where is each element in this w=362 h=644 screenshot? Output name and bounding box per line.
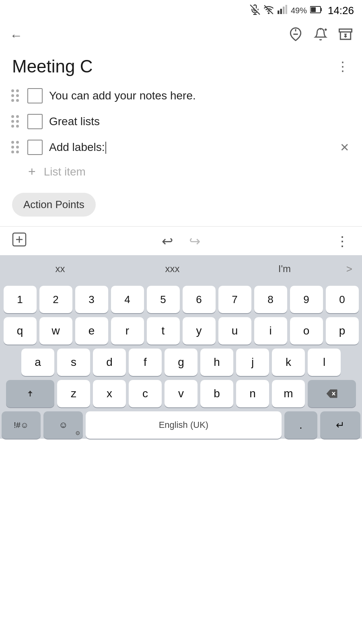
zxcv-row: z x c v b n m — [2, 380, 360, 407]
key-z[interactable]: z — [57, 380, 90, 407]
undo-button[interactable]: ↩ — [162, 233, 173, 249]
key-9[interactable]: 9 — [290, 286, 323, 313]
drag-handle[interactable] — [10, 139, 21, 155]
item-text-3[interactable]: Add labels: — [49, 140, 330, 155]
key-2[interactable]: 2 — [39, 286, 72, 313]
period-key[interactable]: . — [284, 411, 317, 439]
key-g[interactable]: g — [165, 349, 197, 376]
suggestion-xx[interactable]: xx — [4, 259, 116, 279]
key-a[interactable]: a — [21, 349, 54, 376]
signal-icon — [277, 4, 288, 17]
svg-point-3 — [268, 12, 269, 13]
shift-key[interactable] — [6, 380, 54, 407]
key-c[interactable]: c — [129, 380, 162, 407]
note-title[interactable]: Meeting C — [12, 56, 93, 76]
key-p[interactable]: p — [326, 317, 359, 345]
drag-handle[interactable] — [10, 88, 21, 104]
format-more-button[interactable]: ⋮ — [335, 233, 350, 249]
key-t[interactable]: t — [147, 317, 180, 345]
key-b[interactable]: b — [200, 380, 233, 407]
asdf-row: a s d f g h j k l — [2, 349, 360, 376]
key-l[interactable]: l — [308, 349, 341, 376]
label-chip-area: Action Points — [0, 183, 362, 226]
key-1[interactable]: 1 — [4, 286, 37, 313]
add-item-placeholder[interactable]: List item — [44, 165, 86, 178]
svg-rect-8 — [285, 5, 287, 14]
backspace-key[interactable] — [308, 380, 356, 407]
key-5[interactable]: 5 — [147, 286, 180, 313]
key-i[interactable]: i — [254, 317, 287, 345]
status-time: 14:26 — [328, 4, 354, 17]
text-cursor — [105, 142, 106, 154]
action-points-chip[interactable]: Action Points — [12, 193, 96, 217]
key-s[interactable]: s — [57, 349, 90, 376]
toolbar: ← — [0, 21, 362, 50]
enter-key[interactable]: ↵ — [320, 411, 360, 439]
mute-icon — [250, 4, 260, 17]
key-j[interactable]: j — [236, 349, 269, 376]
battery-percent: 49% — [291, 6, 307, 15]
number-row: 1 2 3 4 5 6 7 8 9 0 — [2, 286, 360, 313]
key-k[interactable]: k — [272, 349, 305, 376]
checklist: You can add your notes here. Great lists… — [0, 83, 362, 183]
key-0[interactable]: 0 — [326, 286, 359, 313]
svg-rect-6 — [280, 8, 282, 14]
clear-item-button[interactable]: ✕ — [337, 139, 352, 156]
key-m[interactable]: m — [272, 380, 305, 407]
item-text-2[interactable]: Great lists — [49, 114, 352, 129]
add-item-row[interactable]: + List item — [19, 160, 356, 183]
note-title-row: Meeting C ⋮ — [0, 50, 362, 83]
symbols-key[interactable]: !#☺ — [2, 411, 41, 439]
checkbox-1[interactable] — [27, 88, 43, 103]
key-o[interactable]: o — [290, 317, 323, 345]
svg-rect-5 — [278, 10, 279, 14]
key-h[interactable]: h — [200, 349, 233, 376]
key-8[interactable]: 8 — [254, 286, 287, 313]
checklist-item-editing: Add labels: ✕ — [6, 134, 356, 160]
format-bar: ↩ ↪ ⋮ — [0, 226, 362, 255]
key-x[interactable]: x — [93, 380, 126, 407]
battery-icon — [310, 5, 322, 16]
svg-rect-10 — [321, 8, 322, 11]
key-q[interactable]: q — [4, 317, 37, 345]
key-r[interactable]: r — [111, 317, 144, 345]
qwerty-row: q w e r t y u i o p — [2, 317, 360, 345]
note-more-button[interactable]: ⋮ — [336, 59, 350, 74]
key-y[interactable]: y — [183, 317, 216, 345]
svg-rect-17 — [339, 29, 352, 32]
keyboard: 1 2 3 4 5 6 7 8 9 0 q w e r t y u i o p … — [0, 283, 362, 439]
add-format-button[interactable] — [12, 232, 27, 250]
suggestion-more-button[interactable]: > — [341, 259, 358, 279]
key-v[interactable]: v — [165, 380, 197, 407]
svg-rect-7 — [283, 6, 284, 14]
bottom-row: !#☺ ☺ ⚙ English (UK) . ↵ — [2, 411, 360, 439]
key-f[interactable]: f — [129, 349, 162, 376]
key-7[interactable]: 7 — [218, 286, 251, 313]
checkbox-2[interactable] — [27, 114, 43, 129]
pin-button[interactable] — [289, 27, 302, 44]
redo-button[interactable]: ↪ — [189, 233, 200, 249]
key-w[interactable]: w — [39, 317, 72, 345]
status-bar: 49% 14:26 — [0, 0, 362, 21]
suggestion-bar: xx xxx I'm > — [0, 255, 362, 283]
space-key[interactable]: English (UK) — [86, 411, 282, 439]
reminder-button[interactable] — [314, 27, 327, 44]
suggestion-im[interactable]: I'm — [228, 259, 341, 279]
drag-handle[interactable] — [10, 114, 21, 130]
item-text-1[interactable]: You can add your notes here. — [49, 89, 352, 103]
key-4[interactable]: 4 — [111, 286, 144, 313]
key-e[interactable]: e — [75, 317, 108, 345]
key-n[interactable]: n — [236, 380, 269, 407]
archive-button[interactable] — [339, 27, 352, 44]
emoji-key[interactable]: ☺ ⚙ — [43, 411, 82, 439]
checklist-item: Great lists — [6, 109, 356, 134]
key-6[interactable]: 6 — [183, 286, 216, 313]
key-d[interactable]: d — [93, 349, 126, 376]
checkbox-3[interactable] — [27, 140, 43, 155]
back-button[interactable]: ← — [10, 28, 23, 43]
key-u[interactable]: u — [218, 317, 251, 345]
suggestion-xxx[interactable]: xxx — [116, 259, 228, 279]
wifi-icon — [263, 4, 274, 17]
svg-rect-11 — [311, 7, 316, 12]
key-3[interactable]: 3 — [75, 286, 108, 313]
